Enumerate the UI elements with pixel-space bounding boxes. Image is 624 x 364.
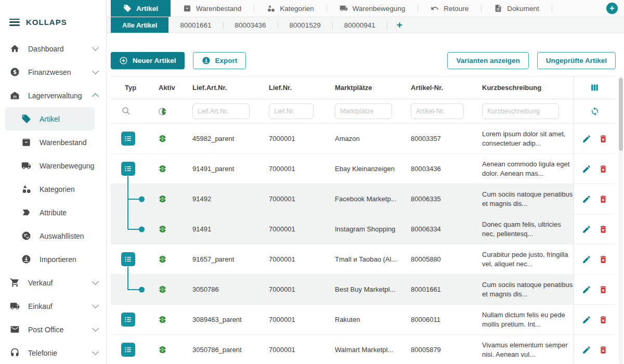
tree-connector: [128, 229, 140, 230]
active-status-icon: [159, 225, 166, 233]
tree-connector: [128, 199, 140, 200]
tab-retoure[interactable]: Retoure: [418, 0, 481, 17]
edit-button[interactable]: [582, 285, 591, 294]
edit-button[interactable]: [582, 194, 591, 204]
marktplatz-value: Tmall и Taobao (Al...: [335, 255, 397, 263]
tab-warenbestand[interactable]: Warenbestand: [171, 0, 254, 17]
shapes-icon: [21, 184, 31, 194]
edit-button[interactable]: [582, 255, 591, 264]
tab-kategorien[interactable]: Kategorien: [254, 0, 326, 17]
tree-node-dot: [139, 226, 145, 232]
export-button[interactable]: Export: [193, 52, 246, 69]
table-row: 3050786_parent 7000001 Walmart Marketpl.…: [111, 335, 615, 364]
sidebar-item-einkauf[interactable]: Einkauf: [0, 294, 106, 318]
filter-kurzbeschreibung-input[interactable]: [482, 103, 559, 119]
sidebar-item-dashboard[interactable]: Dashboard: [0, 37, 106, 60]
sidebar: KOLLAPS Dashboard $ Finanzwesen Lagerver…: [0, 0, 107, 364]
lief-art-nr-value: 91657_parent: [192, 255, 234, 263]
download-circle-icon: [21, 254, 31, 265]
column-header-lief-art-nr: Lief.Art.Nr.: [192, 84, 227, 92]
list-icon: [124, 346, 132, 354]
show-variants-button[interactable]: Varianten anzeigen: [447, 52, 528, 69]
article-type-button[interactable]: [121, 132, 135, 146]
table-row: 91492 7000001 Facebook Marketp... 800063…: [111, 184, 615, 214]
filter-lief-nr-input[interactable]: [269, 103, 314, 119]
delete-button[interactable]: [599, 225, 608, 234]
sidebar-item-warenbewegung[interactable]: Warenbewegung: [5, 154, 95, 177]
edit-button[interactable]: [582, 345, 591, 355]
sidebar-item-finanzwesen[interactable]: $ Finanzwesen: [0, 60, 106, 84]
new-article-button[interactable]: Neuer Artikel: [111, 52, 185, 69]
edit-button[interactable]: [582, 225, 591, 234]
marktplatz-value: Facebook Marketp...: [335, 195, 397, 203]
artikel-nr-value: 80006335: [411, 195, 441, 203]
sidebar-item-lagerverwaltung[interactable]: Lagerverwaltung: [0, 84, 106, 107]
artikel-nr-value: 80003436: [411, 165, 441, 173]
sidebar-item-post-office[interactable]: Post Office: [0, 318, 106, 341]
add-module-button[interactable]: +: [606, 3, 618, 14]
subtab-alle-artikel[interactable]: Alle Artikel: [111, 17, 168, 33]
column-settings-button[interactable]: [590, 83, 599, 92]
trash-icon: [599, 164, 608, 174]
sidebar-item-artikel[interactable]: Artikel: [5, 107, 95, 131]
article-type-button[interactable]: [121, 343, 135, 357]
kurzbeschreibung-value: Nullam dictum felis eu pede mollis preti…: [482, 310, 574, 329]
delete-button[interactable]: [599, 315, 608, 324]
edit-button[interactable]: [582, 134, 591, 144]
column-header-kurzbeschreibung: Kurzbeschreibung: [482, 83, 541, 93]
tree-node-dot: [139, 287, 145, 292]
article-type-button[interactable]: [121, 252, 135, 266]
trash-icon: [599, 194, 608, 204]
column-header-marktplaetze: Marktplätze: [335, 84, 372, 92]
sidebar-item-importieren[interactable]: Importieren: [5, 248, 95, 271]
filter-artikel-nr-input[interactable]: [411, 103, 464, 119]
delete-button[interactable]: [599, 164, 608, 174]
scrollbar-thumb[interactable]: [619, 78, 623, 151]
delete-button[interactable]: [599, 194, 608, 204]
list-icon: [124, 135, 132, 142]
tab-dokument[interactable]: Dokument: [482, 0, 552, 17]
marktplatz-value: Amazon: [335, 135, 360, 142]
chevron-down-icon: [92, 68, 99, 74]
sidebar-item-auswahllisten[interactable]: Auswahllisten: [5, 224, 95, 248]
delete-button[interactable]: [599, 134, 608, 144]
lief-nr-value: 7000001: [269, 225, 295, 233]
sidebar-item-warenbestand[interactable]: Warenbestand: [5, 131, 95, 154]
lief-art-nr-value: 91492: [192, 195, 211, 203]
delete-button[interactable]: [599, 285, 608, 294]
svg-text:$: $: [12, 69, 16, 75]
subtab-80001529[interactable]: 80001529: [278, 17, 332, 33]
refresh-button[interactable]: [590, 107, 600, 116]
active-status-icon: [159, 285, 166, 293]
sidebar-item-telefonie[interactable]: Telefonie: [0, 341, 106, 364]
delete-button[interactable]: [599, 345, 608, 355]
delete-button[interactable]: [599, 255, 608, 264]
subtab-80001661[interactable]: 80001661: [168, 17, 223, 33]
sidebar-item-verkauf[interactable]: Verkauf: [0, 271, 106, 294]
active-filter-toggle-icon[interactable]: [159, 108, 166, 115]
kurzbeschreibung-value: Lorem ipsum dolor sit amet, consectetuer…: [482, 129, 574, 148]
lief-nr-value: 7000001: [269, 316, 295, 323]
sidebar-item-kategorien[interactable]: Kategorien: [5, 177, 95, 201]
unverified-articles-button[interactable]: Ungeprüfte Artikel: [537, 52, 616, 69]
table-row: 91657_parent 7000001 Tmall и Taobao (Al.…: [111, 244, 615, 275]
artikel-nr-value: 80003357: [411, 135, 441, 142]
subtab-80003436[interactable]: 80003436: [224, 17, 278, 33]
subtab-80000941[interactable]: 80000941: [333, 17, 387, 33]
marktplatz-value: Walmart Marketpl...: [335, 346, 393, 354]
edit-button[interactable]: [582, 164, 591, 174]
filter-lief-art-nr-input[interactable]: [192, 103, 250, 119]
sidebar-item-attribute[interactable]: Attribute: [5, 201, 95, 224]
lief-art-nr-value: 3050786_parent: [192, 346, 242, 354]
article-type-button[interactable]: [121, 162, 135, 176]
search-icon[interactable]: [121, 106, 131, 117]
article-type-button[interactable]: [121, 313, 135, 327]
active-status-icon: [159, 255, 166, 263]
filter-marktplaetze-input[interactable]: [335, 103, 392, 119]
tab-artikel[interactable]: Artikel: [111, 0, 171, 17]
edit-button[interactable]: [582, 315, 591, 324]
lief-art-nr-value: 3089463_parent: [192, 316, 242, 323]
tab-warenbewegung[interactable]: Warenbewegung: [327, 0, 418, 17]
add-article-tab-button[interactable]: +: [387, 17, 412, 33]
hamburger-menu-icon[interactable]: [9, 19, 20, 26]
